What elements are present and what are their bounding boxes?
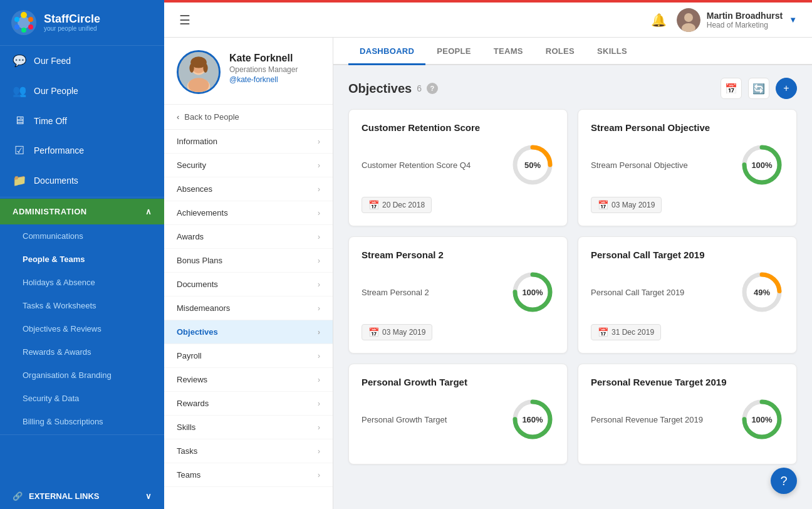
- left-menu-item-documents[interactable]: Documents›: [164, 273, 333, 296]
- external-chevron-icon: ∨: [145, 491, 152, 501]
- back-arrow-icon: ‹: [177, 112, 179, 122]
- floating-help-btn[interactable]: ?: [771, 468, 797, 494]
- logo-area: StaffCircle your people unified: [0, 0, 164, 46]
- date-calendar-icon: 📅: [598, 327, 608, 337]
- date-text: 03 May 2019: [382, 328, 425, 337]
- left-menu-item-awards[interactable]: Awards›: [164, 225, 333, 249]
- sidebar-item-tasks-worksheets[interactable]: Tasks & Worksheets: [0, 294, 164, 317]
- user-title: Head of Marketing: [707, 21, 783, 29]
- left-menu-item-bonus-plans[interactable]: Bonus Plans›: [164, 249, 333, 273]
- add-objective-btn[interactable]: +: [776, 78, 797, 99]
- left-menu-item-misdemeanors[interactable]: Misdemeanors›: [164, 296, 333, 320]
- card-title: Personal Revenue Target 2019: [591, 377, 784, 387]
- calendar-action-btn[interactable]: 📅: [721, 78, 742, 99]
- admin-section[interactable]: ADMINISTRATION ∧: [0, 199, 164, 224]
- hamburger-icon[interactable]: ☰: [179, 13, 190, 28]
- left-menu-item-absences[interactable]: Absences›: [164, 177, 333, 201]
- objectives-count: 6: [417, 83, 422, 93]
- topbar: ☰ 🔔 Martin Broadhurst Head of Marketing …: [164, 3, 812, 38]
- objectives-help-icon[interactable]: ?: [427, 83, 438, 94]
- objective-card-stream-personal-obj: Stream Personal Objective Stream Persona…: [578, 109, 797, 226]
- donut-chart: 49%: [740, 270, 784, 314]
- card-footer: 📅 03 May 2019: [591, 197, 784, 213]
- sidebar-item-label: Our People: [34, 86, 78, 96]
- left-menu-label: Absences: [177, 184, 212, 194]
- donut-chart: 100%: [740, 143, 784, 187]
- left-menu-item-tasks[interactable]: Tasks›: [164, 439, 333, 463]
- sidebar-item-our-feed[interactable]: 💬 Our Feed: [0, 46, 164, 76]
- card-body: Personal Growth Target 160%: [362, 397, 554, 441]
- left-menu-item-objectives[interactable]: Objectives›: [164, 320, 333, 344]
- card-footer: 📅 03 May 2019: [362, 324, 554, 340]
- sidebar-item-holidays-absence[interactable]: Holidays & Absence: [0, 271, 164, 294]
- card-title: Stream Personal 2: [362, 249, 554, 260]
- date-badge: 📅 20 Dec 2018: [362, 197, 432, 213]
- sidebar-item-label: Security & Data: [23, 394, 79, 403]
- sidebar-item-time-off[interactable]: 🖥 Time Off: [0, 106, 164, 135]
- left-menu-chevron-icon: ›: [318, 423, 320, 432]
- objective-card-personal-revenue-target: Personal Revenue Target 2019 Personal Re…: [578, 364, 797, 464]
- brand-name: StaffCircle: [44, 13, 100, 26]
- left-menu-item-payroll[interactable]: Payroll›: [164, 344, 333, 368]
- sidebar-item-people-teams[interactable]: People & Teams: [0, 248, 164, 271]
- left-menu-chevron-icon: ›: [318, 137, 320, 146]
- left-menu-item-security[interactable]: Security›: [164, 154, 333, 177]
- profile-avatar: [177, 50, 221, 94]
- left-menu-item-skills[interactable]: Skills›: [164, 416, 333, 439]
- left-menu-item-reviews[interactable]: Reviews›: [164, 368, 333, 392]
- performance-icon: ☑: [13, 144, 26, 157]
- card-body: Stream Personal Objective 100%: [591, 143, 784, 187]
- main-area: ☰ 🔔 Martin Broadhurst Head of Marketing …: [164, 0, 812, 509]
- left-menu-chevron-icon: ›: [318, 161, 320, 170]
- card-title: Stream Personal Objective: [591, 122, 784, 133]
- left-menu-chevron-icon: ›: [318, 256, 320, 265]
- left-menu-item-rewards[interactable]: Rewards›: [164, 392, 333, 416]
- profile-info: Kate Forknell Operations Manager @kate-f…: [229, 50, 298, 84]
- objectives-section: Objectives 6 ? 📅 🔄 +: [333, 65, 812, 477]
- sidebar-external-links[interactable]: 🔗 EXTERNAL LINKS ∨: [0, 483, 164, 509]
- card-body: Stream Personal 2 100%: [362, 270, 554, 314]
- left-menu-label: Documents: [177, 280, 218, 289]
- sidebar-item-security-data[interactable]: Security & Data: [0, 387, 164, 410]
- tab-dashboard[interactable]: DASHBOARD: [348, 38, 425, 65]
- card-description: Personal Revenue Target 2019: [591, 415, 734, 424]
- left-menu-label: Information: [177, 137, 217, 146]
- left-menu-item-achievements[interactable]: Achievements›: [164, 201, 333, 225]
- sidebar-item-billing-subscriptions[interactable]: Billing & Subscriptions: [0, 410, 164, 433]
- left-menu-chevron-icon: ›: [318, 185, 320, 194]
- card-footer: 📅 20 Dec 2018: [362, 197, 554, 213]
- tab-people[interactable]: PEOPLE: [425, 38, 482, 65]
- user-menu[interactable]: Martin Broadhurst Head of Marketing ▼: [677, 8, 797, 32]
- left-menu-label: Tasks: [177, 446, 197, 456]
- notification-bell-icon[interactable]: 🔔: [651, 13, 667, 28]
- left-menu-item-teams[interactable]: Teams›: [164, 463, 333, 487]
- left-menu-item-information[interactable]: Information›: [164, 130, 333, 154]
- date-calendar-icon: 📅: [368, 200, 379, 210]
- svg-point-9: [684, 13, 693, 22]
- sidebar-item-documents[interactable]: 📁 Documents: [0, 165, 164, 196]
- left-menu-label: Rewards: [177, 399, 209, 408]
- sidebar-item-organisation-branding[interactable]: Organisation & Branding: [0, 364, 164, 387]
- tab-teams[interactable]: TEAMS: [482, 38, 534, 65]
- sidebar-item-performance[interactable]: ☑ Performance: [0, 135, 164, 165]
- back-to-people[interactable]: ‹ Back to People: [164, 105, 333, 130]
- content-area: Kate Forknell Operations Manager @kate-f…: [164, 38, 812, 509]
- sidebar-item-communications[interactable]: Communications: [0, 224, 164, 248]
- tab-roles[interactable]: ROLES: [534, 38, 586, 65]
- donut-label: 49%: [754, 288, 770, 297]
- add-icon: +: [783, 83, 789, 94]
- sidebar-item-label: Tasks & Worksheets: [23, 301, 96, 310]
- external-label: EXTERNAL LINKS: [29, 491, 99, 501]
- date-badge: 📅 03 May 2019: [362, 324, 432, 340]
- tab-skills[interactable]: SKILLS: [586, 38, 638, 65]
- sidebar: StaffCircle your people unified 💬 Our Fe…: [0, 0, 164, 509]
- calendar-icon: 📅: [725, 83, 737, 95]
- sidebar-item-label: Billing & Subscriptions: [23, 417, 103, 426]
- svg-point-18: [203, 63, 207, 73]
- donut-label: 160%: [522, 415, 543, 424]
- left-menu-label: Awards: [177, 232, 204, 241]
- sidebar-item-objectives-reviews[interactable]: Objectives & Reviews: [0, 317, 164, 340]
- sidebar-item-rewards-awards[interactable]: Rewards & Awards: [0, 340, 164, 364]
- refresh-action-btn[interactable]: 🔄: [748, 78, 769, 99]
- sidebar-item-our-people[interactable]: 👥 Our People: [0, 76, 164, 106]
